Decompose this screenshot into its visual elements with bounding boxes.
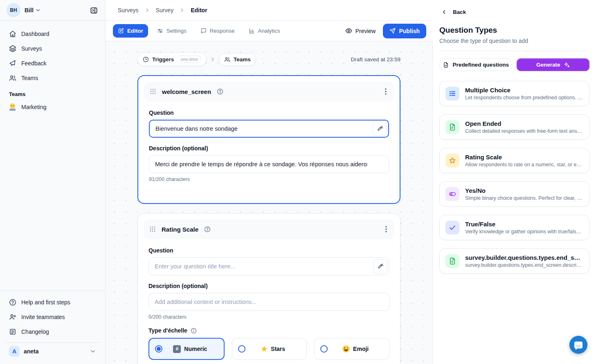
kebab-menu-icon[interactable] [383, 87, 388, 96]
preview-button[interactable]: Preview [345, 27, 376, 34]
question-type-description: Verify knowledge or gather opinions with… [465, 229, 583, 234]
question-description-input[interactable] [149, 155, 389, 173]
question-type-name: True/False [465, 221, 583, 228]
question-type-rating-scale[interactable]: Rating Scale Allow respondents to rate o… [439, 148, 589, 173]
users-icon [9, 74, 16, 82]
help-circle-icon[interactable] [204, 226, 211, 232]
sidebar-item-label: Help and first steps [21, 299, 70, 306]
question-type-list: Multiple Choice Let respondents choose f… [439, 81, 589, 274]
publish-label: Publish [399, 28, 420, 34]
question-type-description: Allow respondents to rate on a numeric, … [465, 162, 583, 167]
sparkles-icon [564, 62, 570, 68]
sidebar-teams-header: Teams [5, 85, 100, 100]
file-code-icon [443, 62, 449, 68]
sidebar-item-label: Invite teammates [21, 314, 65, 320]
drag-handle-icon[interactable] [149, 226, 156, 232]
tab-analytics[interactable]: Analytics [244, 24, 285, 38]
question-type-name: Yes/No [465, 187, 583, 194]
sidebar-footer-nav: Help and first steps Invite teammates Ch… [0, 290, 105, 339]
description-label: Description (optional) [148, 283, 389, 289]
generate-button[interactable]: Generate [517, 58, 590, 71]
back-button[interactable]: Back [439, 9, 589, 15]
tab-editor[interactable]: Editor [113, 24, 148, 38]
tab-settings[interactable]: Settings [152, 24, 191, 38]
help-circle-icon[interactable] [217, 88, 223, 95]
question-type-open-ended[interactable]: Open Ended Collect detailed responses wi… [439, 114, 589, 140]
question-type-multiple-choice[interactable]: Multiple Choice Let respondents choose f… [439, 81, 589, 106]
char-counter: 91/200 characters [149, 176, 389, 182]
message-icon [200, 28, 207, 34]
question-type-yes-no[interactable]: Yes/No Simple binary choice questions. P… [439, 181, 589, 207]
scale-option-label: Numeric [184, 346, 207, 352]
welcome-screen-card[interactable]: welcome_screen Question [137, 75, 400, 204]
tab-label: Analytics [258, 28, 280, 34]
question-type-name: Multiple Choice [465, 87, 583, 94]
teams-chip[interactable]: Teams [219, 53, 256, 66]
chevron-down-icon [35, 7, 41, 13]
clock-icon [143, 56, 149, 63]
sidebar-item-feedback[interactable]: Feedback [5, 56, 100, 71]
rating-scale-card[interactable]: Rating Scale Question [137, 213, 400, 364]
magic-wand-button[interactable] [373, 259, 387, 274]
sidebar-team-label: Marketing [21, 104, 46, 110]
chat-launcher-button[interactable] [569, 336, 587, 354]
question-title-input[interactable] [149, 120, 389, 138]
question-type-description: survey.builder.questions.types.end_scree… [465, 262, 583, 268]
sidebar-collapse-button[interactable] [87, 4, 100, 17]
account-menu[interactable]: A aneta [5, 342, 100, 360]
description-label: Description (optional) [149, 145, 389, 152]
triggers-chip-label: Triggers [152, 56, 174, 63]
trigger-type-badge: one-time [177, 56, 201, 63]
drag-handle-icon[interactable] [150, 88, 156, 95]
publish-button[interactable]: Publish [383, 24, 426, 38]
radio-checked-icon[interactable] [155, 345, 162, 353]
scale-option-label: Stars [271, 346, 285, 352]
tab-response[interactable]: Response [196, 24, 240, 38]
question-label: Question [148, 247, 389, 254]
info-icon[interactable] [191, 328, 197, 334]
sidebar-team-marketing[interactable]: Marketing [5, 100, 100, 114]
sidebar-item-invite[interactable]: Invite teammates [5, 310, 100, 324]
sidebar-item-dashboard[interactable]: Dashboard [5, 27, 100, 41]
help-circle-icon [9, 299, 16, 306]
question-label: Question [149, 109, 389, 116]
main-area: Surveys Survey Editor Editor Settings R [106, 0, 433, 364]
scale-option-numeric[interactable]: # Numeric [148, 338, 225, 360]
radio-icon[interactable] [320, 345, 328, 353]
scale-option-stars[interactable]: ★ Stars [232, 338, 307, 360]
sidebar-item-surveys[interactable]: Surveys [5, 41, 100, 56]
welcome-card-header[interactable]: welcome_screen [144, 82, 394, 101]
question-type-name: Open Ended [465, 120, 583, 127]
rating-card-header[interactable]: Rating Scale [144, 219, 394, 239]
list-icon [445, 87, 459, 100]
question-title-input[interactable] [148, 257, 389, 275]
kebab-menu-icon[interactable] [384, 224, 389, 234]
predefined-label: Predefined questions [453, 62, 509, 68]
home-icon [9, 30, 16, 38]
magic-wand-button[interactable] [373, 122, 387, 136]
question-types-panel: Back Question Types Choose the type of q… [433, 0, 596, 364]
question-type-end-screen[interactable]: survey.builder.questions.types.end_scr..… [439, 248, 589, 274]
scale-option-emoji[interactable]: Emoji [314, 338, 389, 360]
bar-chart-icon [249, 28, 255, 34]
sidebar-item-help[interactable]: Help and first steps [5, 295, 100, 310]
question-type-description: Collect detailed responses with free-for… [465, 128, 583, 134]
megaphone-icon [9, 60, 16, 67]
panel-title: Question Types [439, 26, 589, 35]
predefined-questions-button[interactable]: Predefined questions [439, 58, 513, 71]
question-type-description: Simple binary choice questions. Perfect … [465, 195, 583, 201]
sidebar-item-teams[interactable]: Teams [5, 71, 100, 85]
radio-icon[interactable] [238, 345, 245, 353]
technologist-emoji [9, 103, 16, 111]
scale-type-options: # Numeric ★ Stars [148, 338, 389, 360]
breadcrumb-survey[interactable]: Survey [156, 7, 174, 13]
question-type-true-false[interactable]: True/False Verify knowledge or gather op… [439, 215, 589, 240]
workspace-switcher[interactable]: BH Bill [0, 0, 105, 21]
triggers-chip[interactable]: Triggers one-time [137, 52, 207, 66]
sliders-icon [157, 28, 163, 34]
breadcrumb-editor: Editor [191, 7, 207, 13]
sidebar-item-changelog[interactable]: Changelog [5, 324, 100, 339]
smiley-emoji-icon [342, 345, 350, 353]
question-description-input[interactable] [148, 293, 389, 311]
breadcrumb-surveys[interactable]: Surveys [118, 7, 139, 13]
